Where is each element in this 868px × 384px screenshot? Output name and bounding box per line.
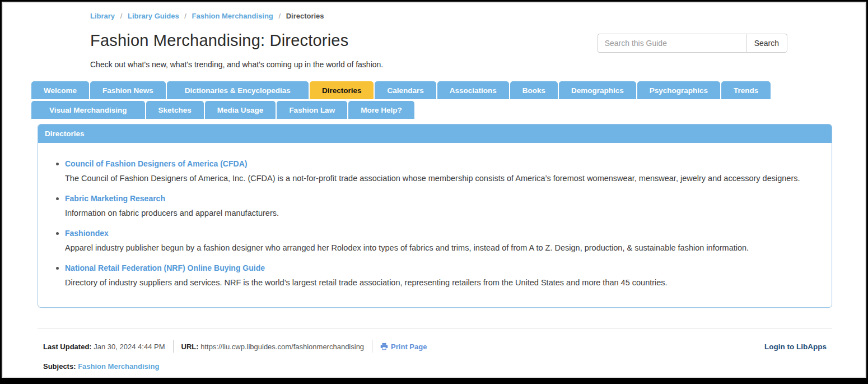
directory-link-nrf-buying-guide[interactable]: National Retail Federation (NRF) Online … <box>65 263 265 272</box>
tab-demographics[interactable]: Demographics <box>559 81 636 99</box>
directory-list: Council of Fashion Designers of America … <box>54 159 818 287</box>
last-updated-label: Last Updated: <box>43 343 92 351</box>
tab-trends[interactable]: Trends <box>721 81 771 99</box>
tab-sketches[interactable]: Sketches <box>146 101 204 119</box>
tab-welcome[interactable]: Welcome <box>31 81 89 99</box>
box-body: Council of Fashion Designers of America … <box>38 143 832 307</box>
breadcrumb-fashion-merchandising[interactable]: Fashion Merchandising <box>192 12 273 20</box>
subjects-label: Subjects: <box>43 362 76 371</box>
printer-icon <box>380 343 388 350</box>
directory-link-fabric-marketing-research[interactable]: Fabric Marketing Research <box>65 194 165 203</box>
divider <box>372 340 372 353</box>
tab-books[interactable]: Books <box>510 81 558 99</box>
tab-navigation: Welcome Fashion News Dictionaries & Ency… <box>31 81 837 119</box>
list-item: Council of Fashion Designers of America … <box>65 159 818 183</box>
page-title: Fashion Merchandising: Directories <box>90 31 348 50</box>
tab-media-usage[interactable]: Media Usage <box>205 101 276 119</box>
directory-description: Apparel industry publisher begun by a fa… <box>65 243 818 252</box>
guide-description: Check out what's new, what's trending, a… <box>90 60 837 69</box>
tab-dictionaries-encyclopedias[interactable]: Dictionaries & Encyclopedias <box>167 81 309 99</box>
tab-calendars[interactable]: Calendars <box>375 81 436 99</box>
login-to-libapps-link[interactable]: Login to LibApps <box>764 343 827 351</box>
guide-url: URL: https://liu.cwp.libguides.com/fashi… <box>181 343 365 351</box>
breadcrumb-separator: / <box>278 12 281 20</box>
directory-description: The Council of Fashion Designers of Amer… <box>65 174 818 183</box>
footer-divider <box>38 329 832 329</box>
breadcrumb-separator: / <box>120 12 123 20</box>
tab-fashion-news[interactable]: Fashion News <box>90 81 166 99</box>
browser-page: Library / Library Guides / Fashion Merch… <box>2 2 866 378</box>
content-wrapper: Library / Library Guides / Fashion Merch… <box>31 3 837 371</box>
subjects-row: Subjects: Fashion Merchandising <box>43 362 832 371</box>
print-page-link[interactable]: Print Page <box>380 343 427 351</box>
directory-description: Information on fabric producers and appa… <box>65 209 818 218</box>
breadcrumb-separator: / <box>184 12 186 20</box>
tab-directories[interactable]: Directories <box>310 81 374 99</box>
breadcrumb: Library / Library Guides / Fashion Merch… <box>90 12 837 20</box>
url-label: URL: <box>181 343 199 351</box>
box-title: Directories <box>38 124 832 143</box>
directory-description: Directory of industry suppliers and serv… <box>65 278 818 287</box>
directory-link-cfda[interactable]: Council of Fashion Designers of America … <box>65 159 247 168</box>
search-input[interactable] <box>598 34 746 53</box>
breadcrumb-current: Directories <box>286 12 324 20</box>
footer-meta: Last Updated: Jan 30, 2024 4:44 PM URL: … <box>43 340 832 353</box>
subject-link-fashion-merchandising[interactable]: Fashion Merchandising <box>78 362 159 371</box>
header-row: Fashion Merchandising: Directories Searc… <box>90 31 837 53</box>
list-item: National Retail Federation (NRF) Online … <box>65 263 818 287</box>
directories-box: Directories Council of Fashion Designers… <box>38 124 832 308</box>
directory-link-fashiondex[interactable]: Fashiondex <box>65 229 109 238</box>
search-button[interactable]: Search <box>746 34 787 53</box>
last-updated: Last Updated: Jan 30, 2024 4:44 PM <box>43 343 165 351</box>
list-item: Fashiondex Apparel industry publisher be… <box>65 228 818 252</box>
tab-visual-merchandising[interactable]: Visual Merchandising <box>31 101 145 119</box>
list-item: Fabric Marketing Research Information on… <box>65 193 818 218</box>
last-updated-value: Jan 30, 2024 4:44 PM <box>94 343 165 351</box>
tab-associations[interactable]: Associations <box>437 81 509 99</box>
divider <box>173 340 174 353</box>
tab-psychographics[interactable]: Psychographics <box>637 81 720 99</box>
tab-row-2: Visual Merchandising Sketches Media Usag… <box>31 101 837 119</box>
url-value: https://liu.cwp.libguides.com/fashionmer… <box>200 343 364 351</box>
breadcrumb-library[interactable]: Library <box>90 12 115 20</box>
tab-row-1: Welcome Fashion News Dictionaries & Ency… <box>31 81 837 99</box>
breadcrumb-library-guides[interactable]: Library Guides <box>128 12 179 20</box>
print-page-label: Print Page <box>391 343 427 351</box>
tab-fashion-law[interactable]: Fashion Law <box>277 101 347 119</box>
tab-more-help[interactable]: More Help? <box>348 101 414 119</box>
guide-search: Search <box>598 34 787 53</box>
